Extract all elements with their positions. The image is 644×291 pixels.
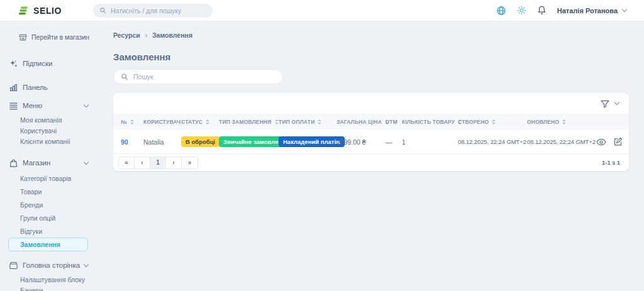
sidebar-section-label: Магазин [21, 159, 82, 167]
order-total: 2999.00 ₴ [336, 138, 386, 146]
sidebar-item-product-categories[interactable]: Категорії товарів [0, 172, 96, 185]
sidebar-section-label: Головна сторінка [21, 261, 82, 269]
col-utm: UTM [386, 119, 402, 125]
sidebar-item-my-company[interactable]: Моя компанія [0, 114, 96, 125]
view-eye-icon[interactable] [596, 137, 606, 147]
col-user: КОРИСТУВАЧ [143, 119, 181, 125]
pagination: « ‹ 1 › » [118, 156, 198, 169]
pagination-info: 1-1 з 1 [602, 159, 620, 166]
payment-type-badge: Накладений платіж [279, 136, 345, 148]
col-updated: ОНОВЛЕНО [527, 119, 596, 125]
sidebar-item-block-settings[interactable]: Налаштування блоку [0, 274, 96, 285]
pagination-last-button[interactable]: » [182, 157, 197, 168]
order-updated: 08.12.2025, 22:24 GMT+2 [527, 138, 596, 145]
selio-logo-icon [19, 6, 29, 16]
theme-sun-icon[interactable] [517, 6, 526, 15]
sidebar: Перейти в магазин Підписки Панель [0, 21, 96, 291]
menu-lines-icon [8, 101, 19, 111]
sort-icon[interactable] [492, 119, 496, 124]
breadcrumb: Ресурси › Замовлення [113, 31, 629, 39]
order-quantity: 1 [402, 138, 458, 146]
main-content: Ресурси › Замовлення Замовлення [96, 21, 644, 291]
topbar-actions: Наталія Ротанова [496, 6, 644, 16]
col-order-type: ТИП ЗАМОВЛЕННЯ [219, 119, 279, 125]
table-search[interactable] [113, 69, 283, 84]
sidebar-section-homepage[interactable]: Головна сторінка [0, 259, 96, 272]
table-header-row: № КОРИСТУВАЧ СТАТУС ТИП ЗАМОВЛЕННЯ ТИП О… [113, 114, 629, 130]
sidebar-item-banners[interactable]: Банери [0, 285, 96, 291]
sidebar-submenu-shop: Категорії товарів Товари Бренди Групи оп… [0, 172, 96, 251]
col-quantity: КІЛЬКІСТЬ ТОВАРУ [402, 119, 458, 125]
sidebar-submenu-homepage: Налаштування блоку Банери [0, 274, 96, 291]
global-search-input[interactable] [111, 7, 206, 14]
pagination-next-button[interactable]: › [166, 157, 182, 168]
sparkles-icon [8, 59, 19, 69]
orders-table-card: № КОРИСТУВАЧ СТАТУС ТИП ЗАМОВЛЕННЯ ТИП О… [113, 93, 629, 171]
pagination-prev-button[interactable]: ‹ [135, 157, 150, 168]
sidebar-item-brands[interactable]: Бренди [0, 198, 96, 211]
sidebar-go-to-store-label: Перейти в магазин [31, 33, 89, 41]
notifications-bell-icon[interactable] [537, 6, 547, 15]
col-number: № [121, 119, 143, 125]
table-search-input[interactable] [133, 73, 275, 80]
sidebar-item-label: Панель [21, 84, 88, 91]
chevron-down-icon [84, 159, 89, 164]
user-menu[interactable]: Наталія Ротанова [557, 7, 626, 14]
chevron-down-icon [84, 261, 89, 266]
sort-icon[interactable] [562, 119, 566, 124]
page-title: Замовлення [113, 52, 629, 62]
sort-icon[interactable] [318, 119, 321, 124]
sidebar-section-label: Меню [21, 102, 82, 109]
sidebar-item-orders-active[interactable]: Замовлення [8, 238, 88, 251]
bar-chart-icon [8, 83, 19, 92]
breadcrumb-orders: Замовлення [152, 31, 192, 39]
sidebar-item-reviews[interactable]: Відгуки [0, 224, 96, 238]
status-badge: В обробці [181, 136, 219, 148]
breadcrumb-resources[interactable]: Ресурси [113, 31, 140, 39]
storefront-icon [19, 33, 27, 41]
language-globe-icon[interactable] [496, 6, 506, 16]
search-icon [99, 7, 106, 14]
table-toolbar [113, 93, 629, 114]
shopping-bag-icon [8, 158, 19, 168]
sort-icon[interactable] [206, 119, 209, 124]
chevron-down-icon [84, 102, 89, 107]
brand-logo[interactable]: SELIO [0, 6, 93, 16]
breadcrumb-separator: › [145, 32, 147, 39]
sidebar-item-subscriptions[interactable]: Підписки [0, 57, 96, 70]
sidebar-item-users[interactable]: Користувачі [0, 125, 96, 136]
order-user: Natalia [143, 138, 181, 146]
chevron-down-icon [622, 7, 627, 12]
col-payment-type: ТИП ОПЛАТИ [279, 119, 336, 125]
global-search[interactable] [93, 4, 213, 18]
order-id-link[interactable]: 90 [121, 138, 128, 146]
topbar: SELIO [0, 0, 644, 21]
browser-window-icon [8, 261, 19, 270]
sidebar-section-shop[interactable]: Магазин [0, 156, 96, 169]
sidebar-item-dashboard[interactable]: Панель [0, 81, 96, 94]
sort-icon[interactable] [275, 119, 279, 124]
edit-pencil-icon[interactable] [613, 137, 623, 147]
sidebar-submenu-menu: Моя компанія Користувачі Клієнти компані… [0, 114, 96, 146]
user-name: Наталія Ротанова [557, 7, 618, 14]
search-icon [121, 73, 128, 80]
sidebar-item-label: Підписки [21, 60, 88, 67]
table-footer: « ‹ 1 › » 1-1 з 1 [113, 153, 629, 171]
sidebar-item-products[interactable]: Товари [0, 185, 96, 198]
order-created: 08.12.2025, 22:24 GMT+2 [458, 138, 527, 145]
chevron-down-icon[interactable] [614, 100, 619, 105]
pagination-first-button[interactable]: « [119, 157, 135, 168]
col-status: СТАТУС [181, 119, 219, 125]
row-actions [596, 137, 629, 147]
filter-funnel-icon[interactable] [600, 99, 610, 109]
pagination-page-1[interactable]: 1 [150, 157, 166, 168]
sidebar-section-menu[interactable]: Меню [0, 99, 96, 112]
col-created: СТВОРЕНО [458, 119, 527, 125]
sort-icon[interactable] [130, 119, 134, 124]
order-utm: — [386, 138, 402, 146]
sidebar-go-to-store[interactable]: Перейти в магазин [19, 31, 96, 43]
col-total-price: ЗАГАЛЬНА ЦІНА [336, 119, 386, 125]
sidebar-item-company-clients[interactable]: Клієнти компанії [0, 136, 96, 146]
sidebar-item-option-groups[interactable]: Групи опцій [0, 211, 96, 224]
table-row: 90 Natalia В обробці Звичайне замовлення… [113, 130, 629, 153]
